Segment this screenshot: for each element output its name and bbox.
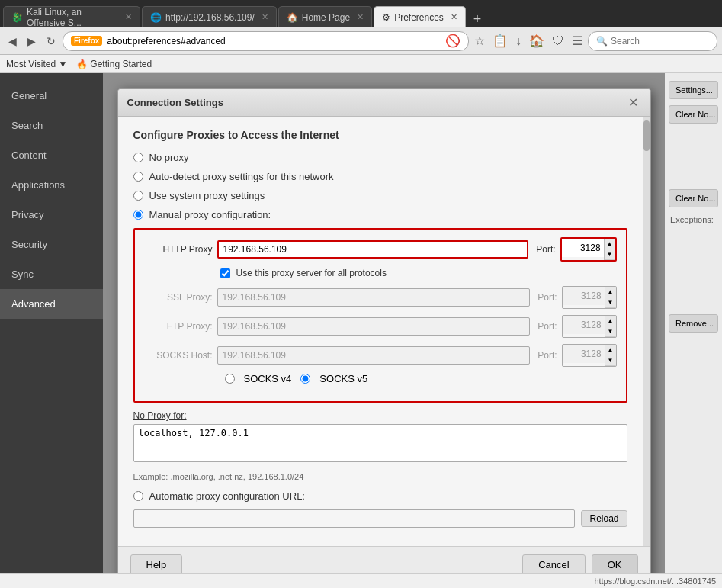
most-visited-label: Most Visited ▼ — [6, 59, 67, 69]
getting-started-label: Getting Started — [90, 59, 152, 69]
dialog-title: Connection Settings — [127, 97, 223, 108]
home-icon[interactable]: 🏠 — [527, 31, 547, 50]
ftp-port-up[interactable]: ▲ — [605, 316, 616, 326]
auto-proxy-url-radio[interactable] — [133, 491, 143, 501]
search-icon: 🔍 — [596, 36, 608, 47]
ssl-port-down[interactable]: ▼ — [605, 297, 616, 308]
getting-started-bookmark[interactable]: 🔥 Getting Started — [76, 59, 152, 69]
sidebar-item-security[interactable]: Security — [0, 230, 103, 259]
scroll-thumb — [643, 120, 650, 151]
sidebar-item-sync[interactable]: Sync — [0, 259, 103, 289]
http-proxy-input[interactable] — [217, 240, 529, 259]
ssl-port-input[interactable] — [563, 287, 605, 305]
tab-favicon-home: 🏠 — [287, 12, 298, 23]
socks-port-spinner: ▲ ▼ — [562, 344, 617, 367]
manual-proxy-radio[interactable] — [133, 210, 143, 220]
tab-kali[interactable]: 🐉 Kali Linux, an Offensive S... ✕ — [3, 6, 140, 27]
http-port-down[interactable]: ▼ — [605, 249, 615, 260]
use-for-all-checkbox[interactable] — [220, 268, 230, 278]
cancel-button[interactable]: Cancel — [522, 554, 585, 573]
auto-proxy-url-row: Reload — [133, 509, 627, 528]
sidebar-item-privacy[interactable]: Privacy — [0, 200, 103, 230]
auto-detect-radio[interactable] — [133, 172, 143, 182]
tab-home[interactable]: 🏠 Home Page ✕ — [278, 6, 372, 27]
http-port-input[interactable] — [562, 239, 604, 257]
main-area: General Search Content Applications Priv… — [0, 73, 722, 573]
dialog-scrollbar[interactable] — [643, 117, 650, 546]
refresh-button[interactable]: ↻ — [43, 33, 59, 50]
socks-port-down[interactable]: ▼ — [605, 355, 616, 366]
dialog-content: Configure Proxies to Access the Internet… — [118, 117, 650, 546]
socks-host-input[interactable] — [217, 346, 531, 365]
ftp-proxy-input[interactable] — [217, 317, 531, 336]
tab-close-kali[interactable]: ✕ — [125, 12, 132, 22]
system-proxy-option: Use system proxy settings — [133, 190, 627, 201]
socks-port-up[interactable]: ▲ — [605, 345, 616, 355]
sidebar-label-search: Search — [11, 120, 43, 131]
auto-proxy-url-input[interactable] — [133, 509, 576, 528]
status-url: https://blog.csdn.net/...34801745 — [594, 577, 716, 586]
search-bar[interactable]: 🔍 — [588, 31, 717, 51]
clear-no-button-1[interactable]: Clear No... — [669, 105, 718, 124]
socks-v4-radio[interactable] — [225, 374, 235, 384]
sidebar-item-applications[interactable]: Applications — [0, 170, 103, 200]
dialog-close-button[interactable]: ✕ — [625, 95, 641, 110]
sidebar-item-search[interactable]: Search — [0, 111, 103, 140]
tab-label-kali: Kali Linux, an Offensive S... — [27, 7, 118, 28]
settings-button[interactable]: Settings... — [669, 81, 718, 99]
socks-v5-radio[interactable] — [300, 374, 310, 384]
manual-proxy-option: Manual proxy configuration: — [133, 209, 627, 220]
reload-button[interactable]: Reload — [581, 510, 627, 527]
tab-label-home: Home Page — [302, 12, 350, 23]
sidebar-item-advanced[interactable]: Advanced — [0, 289, 103, 319]
ssl-port-up[interactable]: ▲ — [605, 287, 616, 297]
tab-close-http[interactable]: ✕ — [262, 12, 268, 22]
back-button[interactable]: ◀ — [5, 33, 21, 50]
ok-button[interactable]: OK — [592, 554, 638, 573]
ftp-port-input[interactable] — [563, 316, 605, 334]
url-input[interactable] — [107, 36, 441, 47]
search-input[interactable] — [611, 36, 702, 47]
tab-http[interactable]: 🌐 http://192.168.56.109/ ✕ — [142, 6, 277, 27]
ftp-proxy-row: FTP Proxy: Port: ▲ ▼ — [144, 315, 617, 338]
tab-close-prefs[interactable]: ✕ — [451, 12, 457, 22]
ssl-proxy-input[interactable] — [217, 288, 531, 307]
most-visited-bookmark[interactable]: Most Visited ▼ — [6, 59, 67, 69]
tab-favicon-kali: 🐉 — [11, 12, 23, 23]
shield-icon[interactable]: 🛡 — [550, 32, 566, 50]
dialog-overlay: Connection Settings ✕ Configure Proxies … — [103, 73, 665, 573]
system-proxy-radio[interactable] — [133, 191, 143, 201]
manual-proxy-section: HTTP Proxy Port: ▲ ▼ — [133, 228, 627, 403]
menu-icon[interactable]: ☰ — [570, 31, 585, 50]
bookmark-list-icon[interactable]: 📋 — [490, 31, 510, 50]
new-tab-button[interactable]: + — [467, 11, 488, 27]
firefox-icon: 🔥 — [76, 59, 88, 69]
right-panel: Settings... Clear No... Clear No... Exce… — [665, 73, 722, 573]
no-proxy-radio[interactable] — [133, 153, 143, 162]
sidebar-label-general: General — [11, 90, 47, 101]
no-proxy-textarea[interactable]: localhost, 127.0.0.1 — [133, 424, 627, 462]
socks-port-input[interactable] — [563, 345, 605, 363]
download-icon[interactable]: ↓ — [513, 32, 524, 50]
toolbar-icons: ☆ 📋 ↓ 🏠 🛡 ☰ — [472, 31, 585, 50]
exceptions-label: Exceptions: — [669, 214, 718, 226]
sidebar-item-general[interactable]: General — [0, 81, 103, 111]
socks-port-label: Port: — [537, 350, 557, 361]
sidebar-label-security: Security — [11, 239, 47, 250]
clear-no-button-2[interactable]: Clear No... — [669, 189, 718, 207]
sidebar: General Search Content Applications Priv… — [0, 73, 103, 573]
sidebar-label-applications: Applications — [11, 179, 65, 191]
remove-button[interactable]: Remove... — [669, 314, 718, 333]
tab-close-home[interactable]: ✕ — [357, 12, 364, 22]
ftp-port-spinner: ▲ ▼ — [562, 315, 617, 338]
bookmark-star-icon[interactable]: ☆ — [472, 31, 487, 50]
forward-button[interactable]: ▶ — [24, 33, 40, 50]
sidebar-item-content[interactable]: Content — [0, 140, 103, 170]
help-button[interactable]: Help — [130, 554, 183, 573]
auto-detect-label: Auto-detect proxy settings for this netw… — [149, 171, 334, 182]
ssl-port-label: Port: — [537, 292, 557, 303]
ftp-port-down[interactable]: ▼ — [605, 326, 616, 337]
ftp-port-label: Port: — [537, 321, 557, 332]
http-port-up[interactable]: ▲ — [605, 239, 615, 249]
tab-preferences[interactable]: ⚙ Preferences ✕ — [374, 6, 466, 27]
